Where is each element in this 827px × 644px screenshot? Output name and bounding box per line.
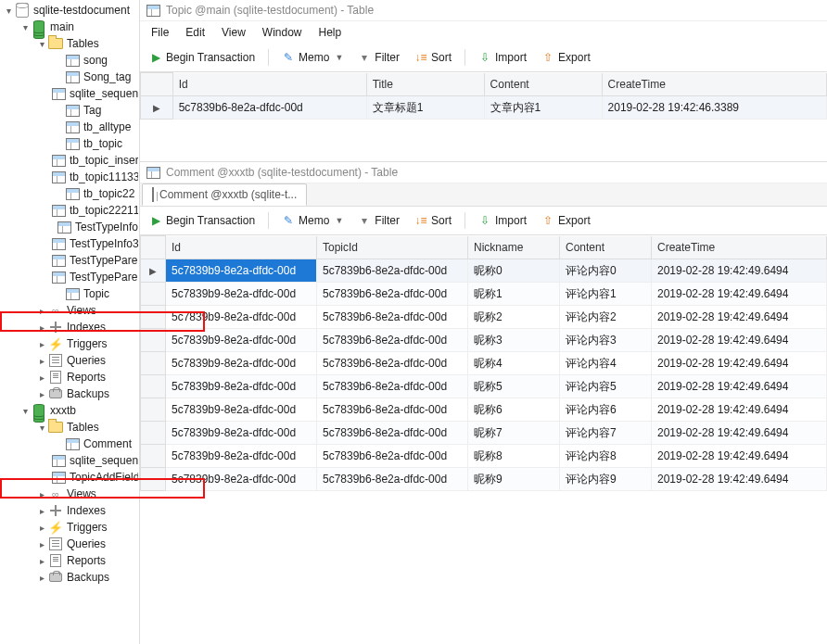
cell[interactable]: 5c7839b9-8e2a-dfdc-00d	[166, 445, 317, 468]
tree-table-item[interactable]: song	[0, 52, 138, 69]
chevron-right-icon[interactable]: ▸	[35, 489, 48, 499]
tree-section-reports[interactable]: ▸Reports	[0, 552, 138, 569]
cell[interactable]: 评论内容4	[560, 352, 652, 375]
table-row[interactable]: ▶5c7839b9-8e2a-dfdc-00d5c7839b6-8e2a-dfd…	[141, 259, 827, 283]
table-row[interactable]: 5c7839b9-8e2a-dfdc-00d5c7839b6-8e2a-dfdc…	[141, 283, 827, 306]
menu-window[interactable]: Window	[255, 24, 310, 41]
cell[interactable]: 5c7839b9-8e2a-dfdc-00d	[166, 329, 317, 352]
cell[interactable]: 昵称0	[468, 259, 560, 283]
cell[interactable]: 评论内容5	[560, 375, 652, 398]
column-header[interactable]: TopicId	[317, 236, 468, 259]
tree-section-indexes[interactable]: ▸Indexes	[0, 319, 138, 335]
row-indicator[interactable]	[141, 468, 166, 491]
column-header[interactable]: CreateTime	[602, 73, 826, 96]
cell[interactable]: 5c7839b9-8e2a-dfdc-00d	[166, 306, 317, 329]
begin-transaction-button[interactable]: ▶Begin Transaction	[144, 212, 261, 229]
cell[interactable]: 2019-02-28 19:42:49.6494	[652, 468, 827, 491]
row-indicator[interactable]	[141, 422, 166, 445]
menu-file[interactable]: File	[144, 24, 176, 41]
tree-table-item[interactable]: tb_topic_insert	[0, 152, 138, 169]
cell[interactable]: 评论内容0	[560, 259, 652, 283]
cell[interactable]: 5c7839b6-8e2a-dfdc-00d	[317, 468, 468, 491]
tree-table-item[interactable]: tb_topic22211	[0, 202, 138, 219]
export-button[interactable]: ⇧Export	[536, 49, 596, 66]
table-row[interactable]: 5c7839b9-8e2a-dfdc-00d5c7839b6-8e2a-dfdc…	[141, 375, 827, 398]
sort-button[interactable]: ↓≡Sort	[409, 49, 457, 66]
cell[interactable]: 2019-02-28 19:42:49.6494	[652, 283, 827, 306]
data-grid-topic[interactable]: IdTitleContentCreateTime ▶5c7839b6-8e2a-…	[140, 72, 827, 120]
tree-table-item[interactable]: sqlite_sequence	[0, 452, 138, 469]
chevron-right-icon[interactable]: ▸	[35, 573, 48, 583]
tree-section-backups[interactable]: ▸Backups	[0, 385, 138, 402]
cell[interactable]: 5c7839b6-8e2a-dfdc-00d	[317, 259, 468, 283]
memo-button[interactable]: ✎Memo▼	[276, 212, 349, 229]
tree-section-reports[interactable]: ▸Reports	[0, 369, 138, 385]
cell[interactable]: 昵称3	[468, 329, 560, 352]
data-grid-comment[interactable]: IdTopicIdNicknameContentCreateTime ▶5c78…	[140, 235, 827, 491]
tree-table-item[interactable]: tb_topic	[0, 135, 138, 152]
row-indicator[interactable]	[141, 375, 166, 398]
chevron-right-icon[interactable]: ▸	[35, 339, 48, 349]
cell[interactable]: 2019-02-28 19:42:49.6494	[652, 375, 827, 398]
cell[interactable]: 文章内容1	[484, 96, 602, 120]
cell[interactable]: 5c7839b6-8e2a-dfdc-00d	[172, 96, 366, 120]
cell[interactable]: 5c7839b6-8e2a-dfdc-00d	[317, 283, 468, 306]
memo-button[interactable]: ✎Memo▼	[276, 49, 349, 66]
tree-table-item[interactable]: Tag	[0, 102, 138, 119]
column-header[interactable]: Content	[484, 73, 602, 96]
cell[interactable]: 5c7839b6-8e2a-dfdc-00d	[317, 398, 468, 422]
row-indicator[interactable]: ▶	[141, 96, 173, 120]
tree-section-triggers[interactable]: ▸⚡Triggers	[0, 519, 138, 536]
table-row[interactable]: ▶5c7839b6-8e2a-dfdc-00d文章标题1文章内容12019-02…	[141, 96, 827, 120]
cell[interactable]: 评论内容9	[560, 468, 652, 491]
cell[interactable]: 昵称8	[468, 445, 560, 468]
cell[interactable]: 2019-02-28 19:42:49.6494	[652, 352, 827, 375]
chevron-right-icon[interactable]: ▸	[35, 356, 48, 366]
cell[interactable]: 2019-02-28 19:42:49.6494	[652, 422, 827, 445]
tree-section-backups[interactable]: ▸Backups	[0, 569, 138, 586]
tree-table-item[interactable]: tb_alltype	[0, 119, 138, 135]
cell[interactable]: 2019-02-28 19:42:49.6494	[652, 329, 827, 352]
export-button[interactable]: ⇧Export	[536, 212, 596, 229]
cell[interactable]: 5c7839b6-8e2a-dfdc-00d	[317, 306, 468, 329]
cell[interactable]: 5c7839b9-8e2a-dfdc-00d	[166, 422, 317, 445]
row-indicator[interactable]	[141, 398, 166, 422]
tab-comment[interactable]: Comment @xxxtb (sqlite-t...	[142, 183, 307, 206]
chevron-right-icon[interactable]: ▸	[35, 306, 48, 316]
tree-root[interactable]: ▾ sqlite-testdocument	[0, 2, 138, 19]
cell[interactable]: 2019-02-28 19:42:46.3389	[602, 96, 826, 120]
filter-button[interactable]: ▾Filter	[352, 212, 405, 229]
tree-db-xxxtb[interactable]: ▾ xxxtb	[0, 402, 138, 419]
cell[interactable]: 5c7839b9-8e2a-dfdc-00d	[166, 468, 317, 491]
cell[interactable]: 评论内容2	[560, 306, 652, 329]
tree-table-item[interactable]: Comment	[0, 436, 138, 452]
tree-table-item[interactable]: TestTypeInfo333	[0, 235, 138, 252]
table-row[interactable]: 5c7839b9-8e2a-dfdc-00d5c7839b6-8e2a-dfdc…	[141, 445, 827, 468]
cell[interactable]: 昵称6	[468, 398, 560, 422]
cell[interactable]: 5c7839b9-8e2a-dfdc-00d	[166, 259, 317, 283]
cell[interactable]: 5c7839b6-8e2a-dfdc-00d	[317, 422, 468, 445]
tree-table-item[interactable]: tb_topic22	[0, 185, 138, 202]
tree-table-item[interactable]: TestTypeParentInfo2312	[0, 269, 138, 285]
chevron-right-icon[interactable]: ▸	[35, 506, 48, 516]
chevron-right-icon[interactable]: ▸	[35, 322, 48, 333]
cell[interactable]: 5c7839b6-8e2a-dfdc-00d	[317, 352, 468, 375]
menu-edit[interactable]: Edit	[178, 24, 212, 41]
table-row[interactable]: 5c7839b9-8e2a-dfdc-00d5c7839b6-8e2a-dfdc…	[141, 352, 827, 375]
row-indicator[interactable]	[141, 329, 166, 352]
cell[interactable]: 评论内容8	[560, 445, 652, 468]
cell[interactable]: 2019-02-28 19:42:49.6494	[652, 306, 827, 329]
tree-section-views[interactable]: ▸∞Views	[0, 486, 138, 502]
cell[interactable]: 5c7839b6-8e2a-dfdc-00d	[317, 445, 468, 468]
tree-section-queries[interactable]: ▸Queries	[0, 352, 138, 369]
cell[interactable]: 5c7839b6-8e2a-dfdc-00d	[317, 329, 468, 352]
cell[interactable]: 评论内容7	[560, 422, 652, 445]
import-button[interactable]: ⇩Import	[473, 49, 532, 66]
import-button[interactable]: ⇩Import	[473, 212, 532, 229]
cell[interactable]: 5c7839b9-8e2a-dfdc-00d	[166, 398, 317, 422]
tree-table-item[interactable]: TopicAddField	[0, 469, 138, 486]
table-row[interactable]: 5c7839b9-8e2a-dfdc-00d5c7839b6-8e2a-dfdc…	[141, 398, 827, 422]
cell[interactable]: 5c7839b9-8e2a-dfdc-00d	[166, 352, 317, 375]
cell[interactable]: 评论内容3	[560, 329, 652, 352]
chevron-down-icon[interactable]: ▼	[335, 216, 343, 225]
